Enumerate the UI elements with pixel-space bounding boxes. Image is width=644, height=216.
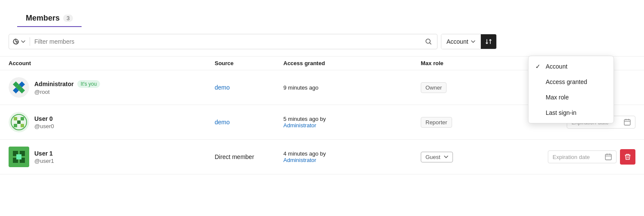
history-button[interactable] [12, 38, 25, 45]
avatar [9, 112, 29, 132]
col-account: Account [9, 60, 215, 66]
role-badge: Reporter [421, 117, 452, 128]
source-text: Direct member [215, 153, 254, 160]
role-chevron-icon [444, 156, 448, 158]
calendar-icon [624, 119, 631, 126]
access-granted: 4 minutes ago by Administrator [283, 150, 421, 163]
dropdown-item-access-granted[interactable]: Access granted [529, 74, 614, 90]
dropdown-item-account[interactable]: ✓ Account [529, 59, 614, 74]
member-info: Administrator It's you @root [9, 77, 215, 98]
filter-group [9, 34, 437, 49]
chevron-down-icon [21, 40, 25, 43]
member-name-row: Administrator It's you [34, 80, 100, 88]
expiration-date-input[interactable]: Expiration date [548, 150, 617, 163]
role-dropdown-button[interactable]: Guest [421, 152, 453, 162]
toolbar: Account Sort direction [0, 27, 644, 56]
col-access-granted: Access granted [283, 60, 421, 66]
svg-rect-22 [605, 154, 611, 160]
its-you-badge: It's you [77, 80, 100, 88]
sort-dropdown: Account Sort direction [441, 34, 497, 49]
avatar [9, 77, 29, 98]
svg-rect-14 [17, 120, 21, 124]
max-role: Owner [421, 82, 507, 93]
page-title: Members [26, 14, 60, 23]
sort-direction-icon [485, 38, 492, 45]
access-granted-by-link[interactable]: Administrator [283, 157, 316, 163]
svg-rect-11 [21, 117, 24, 120]
dropdown-item-label: Account [546, 63, 568, 70]
sort-dropdown-menu: ✓ Account Access granted Max role Last s… [528, 56, 614, 123]
sort-chevron-down-icon [471, 40, 475, 43]
dropdown-item-label: Max role [546, 94, 569, 101]
members-header: Members 3 [17, 7, 82, 27]
svg-rect-10 [14, 117, 17, 120]
dropdown-item-last-signin[interactable]: Last sign-in [529, 105, 614, 120]
member-source: demo [215, 119, 283, 126]
svg-rect-15 [624, 120, 630, 125]
member-name-group: User 0 @user0 [34, 115, 54, 129]
sort-label-button[interactable]: Account [441, 34, 481, 49]
dropdown-item-label: Access granted [546, 78, 587, 85]
max-role: Reporter [421, 117, 507, 128]
member-info: User 1 @user1 [9, 147, 215, 167]
source-link[interactable]: demo [215, 119, 230, 126]
access-granted-by-link[interactable]: Administrator [283, 122, 316, 129]
avatar [9, 147, 29, 167]
access-granted: 9 minutes ago [283, 84, 421, 91]
page-container: Members 3 [0, 0, 644, 216]
checkmark-icon: ✓ [535, 63, 542, 70]
member-name-row: User 1 [34, 150, 54, 157]
max-role: Guest [421, 152, 507, 162]
member-username: @root [34, 89, 100, 95]
trash-icon [624, 153, 631, 160]
member-name-row: User 0 [34, 115, 54, 122]
dropdown-item-label: Last sign-in [546, 109, 577, 116]
delete-button[interactable] [620, 149, 635, 165]
calendar-icon [605, 153, 612, 160]
search-button[interactable] [423, 38, 434, 45]
search-icon [425, 38, 432, 45]
filter-input[interactable] [34, 38, 421, 45]
sort-direction-button[interactable]: Sort direction [481, 34, 496, 49]
role-badge: Owner [421, 82, 447, 93]
member-count-badge: 3 [63, 15, 73, 22]
sort-label-text: Account [447, 38, 468, 45]
member-name: User 1 [34, 150, 53, 157]
svg-rect-12 [14, 124, 17, 127]
member-username: @user0 [34, 123, 54, 129]
row-actions: Expiration date [507, 149, 635, 165]
member-name: Administrator [34, 81, 74, 87]
member-username: @user1 [34, 158, 54, 164]
svg-rect-21 [16, 154, 21, 159]
member-name-group: Administrator It's you @root [34, 80, 100, 95]
member-name: User 0 [34, 115, 53, 122]
source-link[interactable]: demo [215, 84, 230, 91]
access-granted: 5 minutes ago by Administrator [283, 116, 421, 129]
dropdown-item-max-role[interactable]: Max role [529, 90, 614, 105]
table-row: User 1 @user1 Direct member 4 minutes ag… [0, 140, 644, 174]
col-source: Source [215, 60, 283, 66]
col-max-role: Max role [421, 60, 507, 66]
member-info: User 0 @user0 [9, 112, 215, 132]
divider [30, 37, 30, 46]
expiration-placeholder: Expiration date [553, 154, 590, 160]
member-source: Direct member [215, 153, 283, 160]
history-icon [12, 38, 19, 45]
svg-rect-13 [21, 124, 24, 127]
member-name-group: User 1 @user1 [34, 150, 54, 164]
member-source: demo [215, 84, 283, 91]
